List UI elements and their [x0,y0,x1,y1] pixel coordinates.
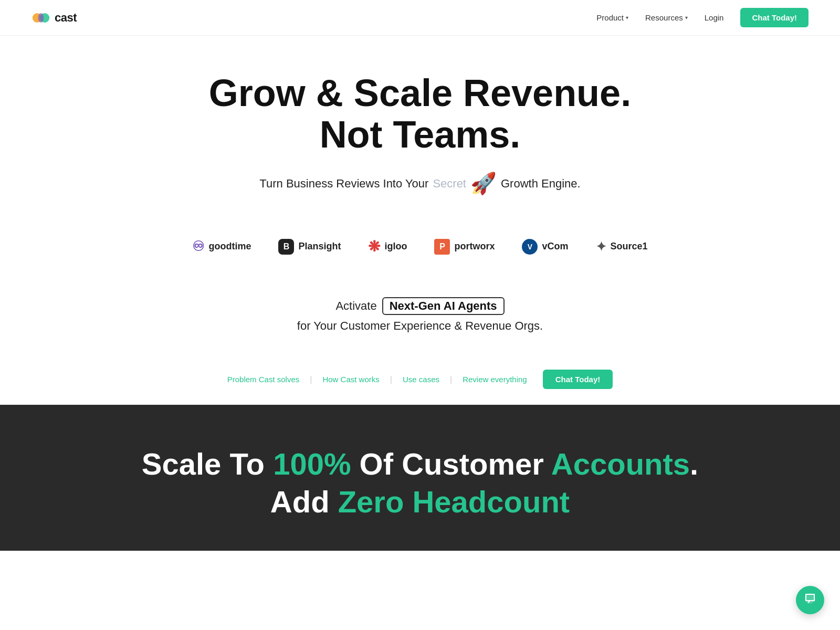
anchor-how[interactable]: How Cast works [322,375,379,384]
resources-menu[interactable]: Resources ▾ [645,13,688,22]
dark-title-line1: Scale To 100% Of Customer Accounts. [32,447,808,482]
cast-logo-icon [32,8,50,27]
logo-plansight: B Plansight [278,239,341,255]
logo-text: cast [55,11,77,25]
igloo-icon: ❋ [368,238,380,255]
logo-igloo: ❋ igloo [368,238,407,255]
nav-chat-button[interactable]: Chat Today! [740,8,808,27]
rocket-icon: 🚀 [470,171,497,196]
product-chevron-icon: ▾ [626,15,628,20]
resources-chevron-icon: ▾ [685,15,688,20]
goodtime-icon: ♾ [192,238,204,255]
plansight-icon: B [278,239,294,255]
logo-portworx: P portworx [434,239,495,255]
logo-source1: ✦ Source1 [596,239,648,254]
anchor-problem[interactable]: Problem Cast solves [227,375,300,384]
ai-badge: Next-Gen AI Agents [382,297,505,315]
source1-icon: ✦ [596,239,606,254]
product-menu[interactable]: Product ▾ [596,13,628,22]
navbar: cast Product ▾ Resources ▾ Login Chat To… [0,0,840,36]
logo-link[interactable]: cast [32,8,77,27]
dark-section: Scale To 100% Of Customer Accounts. Add … [0,405,840,551]
logo-goodtime: ♾ goodtime [192,238,251,255]
anchor-chat-button[interactable]: Chat Today! [543,370,613,389]
portworx-icon: P [434,239,450,255]
ai-section: Activate Next-Gen AI Agents for Your Cus… [0,266,840,354]
dark-title-line2: Add Zero Headcount [32,484,808,519]
ai-line1: Activate Next-Gen AI Agents [32,297,808,315]
nav-links: Product ▾ Resources ▾ Login Chat Today! [596,8,808,27]
login-link[interactable]: Login [705,13,724,22]
logo-vcom: V vCom [522,239,568,255]
ai-line2: for Your Customer Experience & Revenue O… [32,319,808,333]
anchor-nav: Problem Cast solves | How Cast works | U… [0,354,840,405]
anchor-review[interactable]: Review everything [463,375,527,384]
hero-section: Grow & Scale Revenue. Not Teams. Turn Bu… [0,36,840,217]
hero-title: Grow & Scale Revenue. Not Teams. [32,72,808,155]
svg-point-2 [38,13,44,23]
vcom-icon: V [522,239,538,255]
hero-subtitle: Turn Business Reviews Into Your Secret 🚀… [32,171,808,196]
logos-section: ♾ goodtime B Plansight ❋ igloo P portwor… [0,217,840,266]
anchor-use[interactable]: Use cases [403,375,439,384]
